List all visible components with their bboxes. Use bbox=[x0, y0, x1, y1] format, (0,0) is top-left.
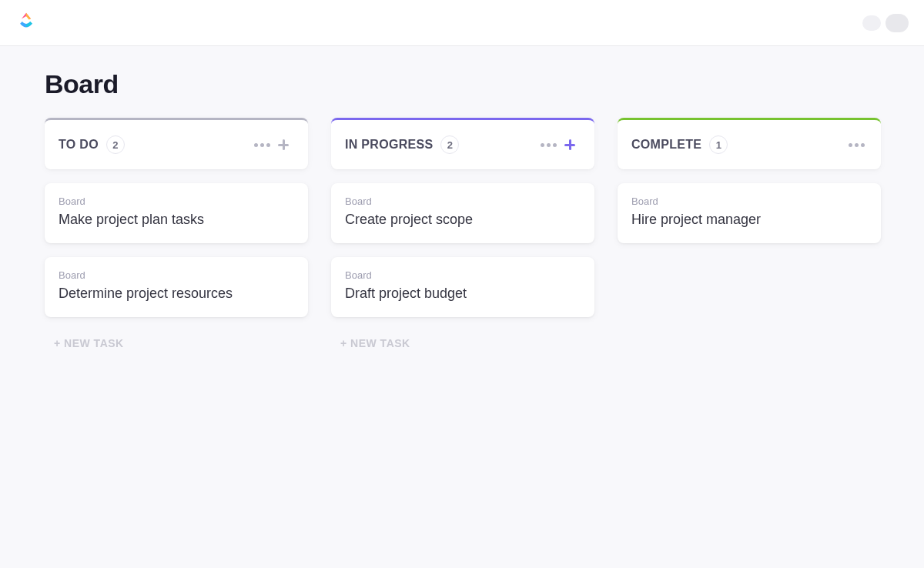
task-card-title: Draft project budget bbox=[345, 286, 581, 302]
board-column: COMPLETE1BoardHire project manager bbox=[618, 118, 881, 356]
task-card-label: Board bbox=[59, 269, 294, 281]
column-add-button[interactable] bbox=[273, 134, 294, 155]
more-icon bbox=[254, 143, 270, 147]
clickup-logo-icon bbox=[15, 11, 37, 32]
task-card-title: Make project plan tasks bbox=[59, 212, 294, 228]
column-header: IN PROGRESS2 bbox=[331, 118, 594, 169]
column-header: TO DO2 bbox=[45, 118, 308, 169]
board-column: IN PROGRESS2BoardCreate project scopeBoa… bbox=[331, 118, 594, 356]
column-header: COMPLETE1 bbox=[618, 118, 881, 169]
column-count-badge: 2 bbox=[440, 135, 459, 154]
plus-icon bbox=[277, 139, 290, 151]
more-icon bbox=[849, 143, 865, 147]
column-more-button[interactable] bbox=[251, 134, 273, 155]
column-title: COMPLETE bbox=[631, 138, 701, 152]
column-count-badge: 1 bbox=[709, 135, 728, 154]
task-card[interactable]: BoardMake project plan tasks bbox=[45, 183, 308, 243]
plus-icon bbox=[564, 139, 576, 151]
column-title: IN PROGRESS bbox=[345, 138, 433, 152]
top-bar-actions bbox=[862, 14, 909, 32]
column-title: TO DO bbox=[59, 138, 99, 152]
task-card-label: Board bbox=[345, 195, 581, 207]
column-add-button[interactable] bbox=[559, 134, 581, 155]
topbar-placeholder-button-1[interactable] bbox=[862, 15, 881, 31]
page-title: Board bbox=[45, 69, 879, 99]
new-task-button[interactable]: + NEW TASK bbox=[331, 331, 594, 356]
top-bar bbox=[0, 0, 924, 46]
column-more-button[interactable] bbox=[845, 134, 867, 155]
task-card-label: Board bbox=[345, 269, 581, 281]
column-count-badge: 2 bbox=[106, 135, 125, 154]
task-card[interactable]: BoardDetermine project resources bbox=[45, 257, 308, 317]
column-more-button[interactable] bbox=[537, 134, 559, 155]
board-column: TO DO2BoardMake project plan tasksBoardD… bbox=[45, 118, 308, 356]
new-task-button[interactable]: + NEW TASK bbox=[45, 331, 308, 356]
topbar-placeholder-button-2[interactable] bbox=[886, 14, 909, 32]
workspace: Board TO DO2BoardMake project plan tasks… bbox=[0, 46, 924, 568]
task-card[interactable]: BoardCreate project scope bbox=[331, 183, 594, 243]
task-card-title: Determine project resources bbox=[59, 286, 294, 302]
board-columns: TO DO2BoardMake project plan tasksBoardD… bbox=[45, 118, 879, 356]
task-card[interactable]: BoardHire project manager bbox=[618, 183, 881, 243]
task-card-label: Board bbox=[631, 195, 867, 207]
app-logo bbox=[15, 11, 37, 35]
task-card-title: Hire project manager bbox=[631, 212, 867, 228]
task-card-title: Create project scope bbox=[345, 212, 581, 228]
task-card[interactable]: BoardDraft project budget bbox=[331, 257, 594, 317]
more-icon bbox=[541, 143, 557, 147]
task-card-label: Board bbox=[59, 195, 294, 207]
